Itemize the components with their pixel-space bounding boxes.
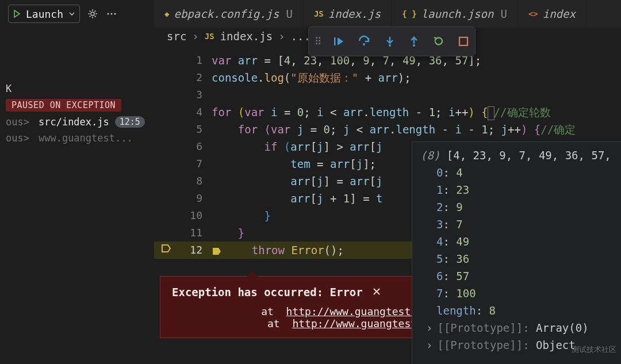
svg-rect-8 [459,37,467,45]
code-line[interactable]: 2console.log("原始数据：" + arr); [154,69,621,86]
inspector-array-entry[interactable]: 6: 57 [420,267,613,285]
inspector-array-entry[interactable]: 5: 36 [420,250,613,267]
call-stack-frame[interactable]: ous> src/index.js 12:5 [0,114,154,130]
exception-title: Exception has occurred: Error [172,286,363,298]
webpack-icon: ◆ [164,9,169,18]
launch-label: Launch [26,8,63,20]
svg-point-2 [110,13,112,14]
editor-tabs: ◆ ebpack.config.js U JS index.js { } lau… [154,0,621,28]
js-file-icon: JS [205,32,214,41]
svg-point-6 [389,44,391,47]
chevron-right-icon: › [192,30,198,43]
json-file-icon: { } [402,9,416,18]
breakpoint-indicator-icon [161,242,171,259]
debug-action-toolbar: ⠿ [308,26,476,56]
restart-button[interactable] [432,35,445,48]
breadcrumb[interactable]: src › JS index.js › ... [167,30,310,43]
inspector-array-entry[interactable]: 2: 9 [420,198,613,216]
svg-point-3 [114,13,116,14]
tab-webpack-config[interactable]: ◆ ebpack.config.js U [154,0,304,28]
step-over-button[interactable] [358,35,371,48]
continue-button[interactable] [332,35,345,48]
tab-index-js[interactable]: JS index.js [304,0,392,28]
tab-launch-json[interactable]: { } launch.json U [392,0,518,28]
paused-indicator-row: PAUSED ON EXCEPTION [0,97,154,114]
gear-icon[interactable] [87,8,98,20]
paused-on-exception-badge: PAUSED ON EXCEPTION [6,99,121,112]
tab-index-html[interactable]: <> index [518,0,586,28]
stop-button[interactable] [458,36,469,47]
inspector-array-entry[interactable]: 0: 4 [420,164,613,181]
launch-config-selector[interactable]: Launch [8,5,80,23]
watermark-text: 测试技术社区 [572,341,616,358]
html-file-icon: <> [528,9,538,18]
debug-side-panel: K PAUSED ON EXCEPTION ous> src/index.js … [0,28,154,364]
svg-point-1 [107,13,109,14]
svg-point-7 [413,44,415,47]
chevron-down-icon [68,10,76,18]
variable-hover-inspector: (8) [4, 23, 9, 7, 49, 36, 57, 0: 41: 232… [412,141,621,364]
step-into-button[interactable] [384,35,396,48]
inspector-array-entry[interactable]: 3: 7 [420,216,613,233]
inspector-array-entry[interactable]: 4: 49 [420,233,613,250]
step-out-button[interactable] [408,35,420,48]
debug-side-toolbar: Launch [0,0,126,28]
close-icon[interactable] [372,286,381,298]
svg-point-0 [91,12,94,16]
chevron-right-icon: › [278,30,285,43]
code-line[interactable]: 3 [154,86,621,104]
svg-point-5 [363,43,365,45]
prototype-row[interactable]: ›[[Prototype]]: Array(0) [420,319,613,336]
play-icon [12,9,21,18]
code-line[interactable]: 4for (var i = 0; i < arr.length - 1; i++… [154,104,621,121]
svg-rect-4 [334,37,336,45]
inspector-array-entry[interactable]: 1: 23 [420,181,613,198]
js-file-icon: JS [314,9,324,18]
current-line-marker-icon [212,244,225,256]
code-line[interactable]: 5 for (var j = 0; j < arr.length - i - 1… [154,121,621,138]
call-stack-frame[interactable]: ous> www.guangtest... [0,130,154,146]
panel-section-header: K [0,81,154,97]
drag-handle-icon[interactable]: ⠿ [315,36,320,47]
inspector-array-entry[interactable]: 7: 100 [420,285,613,302]
more-icon[interactable] [105,8,118,20]
line-column-chip: 12:5 [115,116,145,128]
